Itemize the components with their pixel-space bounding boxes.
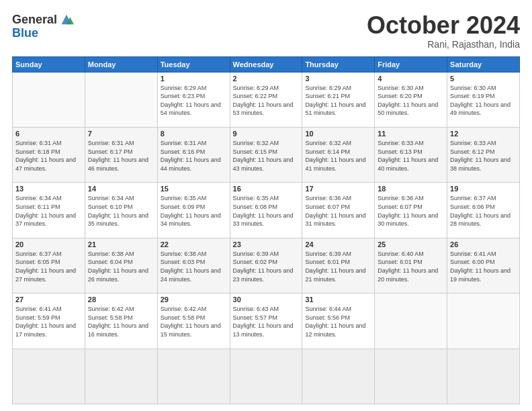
table-row — [85, 349, 157, 404]
day-number: 19 — [450, 185, 517, 193]
header-monday: Monday — [85, 56, 157, 72]
title-area: October 2024 Rani, Rajasthan, India — [367, 12, 520, 50]
day-info: Sunrise: 6:34 AM Sunset: 6:11 PM Dayligh… — [15, 194, 82, 228]
day-info: Sunrise: 6:43 AM Sunset: 5:57 PM Dayligh… — [233, 305, 300, 338]
day-number: 16 — [233, 185, 300, 193]
calendar-row: 27Sunrise: 6:41 AM Sunset: 5:59 PM Dayli… — [13, 293, 520, 349]
calendar-row: 1Sunrise: 6:29 AM Sunset: 6:23 PM Daylig… — [13, 72, 520, 127]
table-row: 29Sunrise: 6:42 AM Sunset: 5:58 PM Dayli… — [157, 293, 230, 349]
day-number: 3 — [305, 75, 371, 83]
table-row: 27Sunrise: 6:41 AM Sunset: 5:59 PM Dayli… — [13, 293, 85, 349]
table-row: 1Sunrise: 6:29 AM Sunset: 6:23 PM Daylig… — [157, 72, 230, 127]
header: General Blue October 2024 Rani, Rajastha… — [12, 12, 520, 50]
day-number: 4 — [378, 75, 444, 83]
day-info: Sunrise: 6:29 AM Sunset: 6:23 PM Dayligh… — [161, 84, 227, 118]
day-info: Sunrise: 6:31 AM Sunset: 6:17 PM Dayligh… — [88, 139, 154, 173]
logo-blue: Blue — [12, 27, 74, 39]
day-number: 7 — [88, 130, 154, 138]
day-info: Sunrise: 6:29 AM Sunset: 6:22 PM Dayligh… — [233, 84, 300, 118]
header-sunday: Sunday — [13, 56, 85, 72]
table-row: 18Sunrise: 6:36 AM Sunset: 6:07 PM Dayli… — [375, 183, 447, 238]
table-row: 23Sunrise: 6:39 AM Sunset: 6:02 PM Dayli… — [230, 238, 302, 293]
day-info: Sunrise: 6:38 AM Sunset: 6:04 PM Dayligh… — [88, 250, 154, 283]
day-number: 14 — [88, 185, 154, 193]
table-row: 7Sunrise: 6:31 AM Sunset: 6:17 PM Daylig… — [85, 127, 157, 182]
table-row: 30Sunrise: 6:43 AM Sunset: 5:57 PM Dayli… — [230, 293, 302, 349]
day-info: Sunrise: 6:30 AM Sunset: 6:20 PM Dayligh… — [378, 84, 444, 118]
table-row — [85, 72, 157, 127]
table-row: 17Sunrise: 6:36 AM Sunset: 6:07 PM Dayli… — [302, 183, 375, 238]
calendar-table: Sunday Monday Tuesday Wednesday Thursday… — [12, 56, 520, 404]
day-number: 18 — [378, 185, 444, 193]
table-row: 12Sunrise: 6:33 AM Sunset: 6:12 PM Dayli… — [447, 127, 520, 182]
table-row — [447, 349, 520, 404]
table-row: 13Sunrise: 6:34 AM Sunset: 6:11 PM Dayli… — [13, 183, 85, 238]
table-row: 26Sunrise: 6:41 AM Sunset: 6:00 PM Dayli… — [447, 238, 520, 293]
table-row: 25Sunrise: 6:40 AM Sunset: 6:01 PM Dayli… — [375, 238, 447, 293]
day-number: 9 — [233, 130, 300, 138]
day-number: 26 — [450, 240, 517, 248]
table-row: 16Sunrise: 6:35 AM Sunset: 6:08 PM Dayli… — [230, 183, 302, 238]
day-number: 11 — [378, 130, 444, 138]
table-row: 21Sunrise: 6:38 AM Sunset: 6:04 PM Dayli… — [85, 238, 157, 293]
logo-area: General Blue — [12, 12, 74, 39]
table-row: 14Sunrise: 6:34 AM Sunset: 6:10 PM Dayli… — [85, 183, 157, 238]
day-number: 2 — [233, 75, 300, 83]
header-tuesday: Tuesday — [157, 56, 230, 72]
day-number: 21 — [88, 240, 154, 248]
day-number: 6 — [15, 130, 82, 138]
day-number: 29 — [161, 295, 227, 304]
header-thursday: Thursday — [302, 56, 375, 72]
day-info: Sunrise: 6:44 AM Sunset: 5:56 PM Dayligh… — [305, 305, 371, 338]
day-info: Sunrise: 6:38 AM Sunset: 6:03 PM Dayligh… — [161, 250, 227, 283]
table-row — [13, 72, 85, 127]
day-number: 5 — [450, 75, 517, 83]
table-row — [375, 293, 447, 349]
month-title: October 2024 — [367, 12, 520, 39]
table-row — [375, 349, 447, 404]
table-row: 31Sunrise: 6:44 AM Sunset: 5:56 PM Dayli… — [302, 293, 375, 349]
day-info: Sunrise: 6:39 AM Sunset: 6:01 PM Dayligh… — [305, 250, 371, 283]
day-number: 22 — [161, 240, 227, 248]
table-row: 4Sunrise: 6:30 AM Sunset: 6:20 PM Daylig… — [375, 72, 447, 127]
location-subtitle: Rani, Rajasthan, India — [367, 39, 520, 50]
table-row: 24Sunrise: 6:39 AM Sunset: 6:01 PM Dayli… — [302, 238, 375, 293]
day-info: Sunrise: 6:35 AM Sunset: 6:09 PM Dayligh… — [161, 194, 227, 228]
day-info: Sunrise: 6:37 AM Sunset: 6:06 PM Dayligh… — [450, 194, 517, 228]
day-number: 13 — [15, 185, 82, 193]
table-row: 2Sunrise: 6:29 AM Sunset: 6:22 PM Daylig… — [230, 72, 302, 127]
day-number: 30 — [233, 295, 300, 304]
table-row — [447, 293, 520, 349]
day-number: 28 — [88, 295, 154, 304]
day-info: Sunrise: 6:42 AM Sunset: 5:58 PM Dayligh… — [88, 305, 154, 338]
table-row: 15Sunrise: 6:35 AM Sunset: 6:09 PM Dayli… — [157, 183, 230, 238]
day-info: Sunrise: 6:37 AM Sunset: 6:05 PM Dayligh… — [15, 250, 82, 283]
weekday-header-row: Sunday Monday Tuesday Wednesday Thursday… — [13, 56, 520, 72]
day-number: 1 — [161, 75, 227, 83]
calendar-row: 20Sunrise: 6:37 AM Sunset: 6:05 PM Dayli… — [13, 238, 520, 293]
table-row: 11Sunrise: 6:33 AM Sunset: 6:13 PM Dayli… — [375, 127, 447, 182]
day-number: 31 — [305, 295, 371, 304]
day-info: Sunrise: 6:35 AM Sunset: 6:08 PM Dayligh… — [233, 194, 300, 228]
table-row: 20Sunrise: 6:37 AM Sunset: 6:05 PM Dayli… — [13, 238, 85, 293]
day-info: Sunrise: 6:36 AM Sunset: 6:07 PM Dayligh… — [305, 194, 371, 228]
day-info: Sunrise: 6:41 AM Sunset: 6:00 PM Dayligh… — [450, 250, 517, 283]
day-info: Sunrise: 6:33 AM Sunset: 6:13 PM Dayligh… — [378, 139, 444, 173]
table-row: 22Sunrise: 6:38 AM Sunset: 6:03 PM Dayli… — [157, 238, 230, 293]
day-number: 15 — [161, 185, 227, 193]
day-info: Sunrise: 6:42 AM Sunset: 5:58 PM Dayligh… — [161, 305, 227, 338]
day-info: Sunrise: 6:41 AM Sunset: 5:59 PM Dayligh… — [15, 305, 82, 338]
day-info: Sunrise: 6:33 AM Sunset: 6:12 PM Dayligh… — [450, 139, 517, 173]
header-wednesday: Wednesday — [230, 56, 302, 72]
table-row — [230, 349, 302, 404]
day-number: 20 — [15, 240, 82, 248]
day-number: 25 — [378, 240, 444, 248]
day-info: Sunrise: 6:36 AM Sunset: 6:07 PM Dayligh… — [378, 194, 444, 228]
table-row: 28Sunrise: 6:42 AM Sunset: 5:58 PM Dayli… — [85, 293, 157, 349]
day-info: Sunrise: 6:31 AM Sunset: 6:16 PM Dayligh… — [161, 139, 227, 173]
day-number: 10 — [305, 130, 371, 138]
day-number: 23 — [233, 240, 300, 248]
table-row: 8Sunrise: 6:31 AM Sunset: 6:16 PM Daylig… — [157, 127, 230, 182]
logo-text: General Blue — [12, 12, 74, 39]
table-row: 19Sunrise: 6:37 AM Sunset: 6:06 PM Dayli… — [447, 183, 520, 238]
